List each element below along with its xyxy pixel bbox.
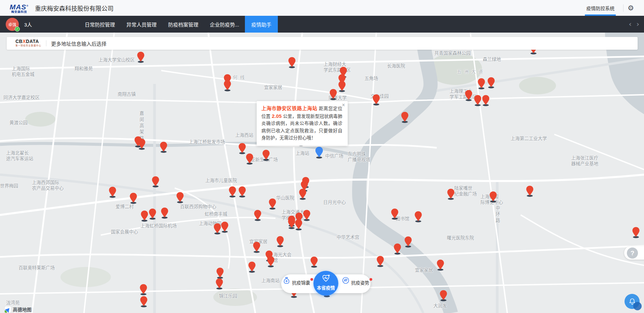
- map-marker-red[interactable]: [465, 90, 473, 100]
- nav-items: 日常防控管理异常人员管理防疫档案管理企业防疫势...疫情助手: [79, 16, 278, 33]
- map-marker-red[interactable]: [482, 95, 490, 105]
- map-label: 上海站: [296, 150, 309, 156]
- map-marker-red[interactable]: [268, 198, 276, 209]
- map-marker-blue[interactable]: [315, 146, 324, 158]
- brand-subtext: 第一财经商业数据中心: [15, 44, 41, 47]
- nav-item-link[interactable]: 日常防控管理: [79, 16, 121, 33]
- amap-attribution-text: 高德地图: [13, 306, 32, 313]
- map-marker-red[interactable]: [439, 290, 447, 301]
- map-label: 中华艺术宫: [337, 234, 359, 240]
- map-marker-red[interactable]: [474, 95, 482, 105]
- map-label: 上海张江医疗 器械产业基地: [571, 155, 598, 167]
- address-search-bar[interactable]: CBXDATA 第一财经商业数据中心 更多地址信息输入后选择: [7, 37, 638, 50]
- map-marker-red[interactable]: [372, 94, 380, 105]
- map-marker-red[interactable]: [329, 89, 337, 99]
- map-marker-red[interactable]: [160, 141, 168, 152]
- gear-icon[interactable]: ⚙: [628, 4, 634, 12]
- map-marker-red[interactable]: [246, 153, 254, 164]
- popup-close-icon[interactable]: ×: [342, 102, 345, 108]
- map-label: 日月光中心: [323, 199, 346, 205]
- map-marker-red[interactable]: [228, 186, 237, 197]
- toolbar-label-active: 本省疫情: [313, 284, 338, 291]
- map-marker-red[interactable]: [414, 211, 422, 222]
- map-label: 长海医院: [387, 63, 405, 69]
- map-marker-red[interactable]: [526, 185, 534, 196]
- map-marker-red[interactable]: [213, 223, 221, 234]
- map-marker-red[interactable]: [248, 261, 256, 272]
- map-attribution: 高德地图: [5, 306, 32, 313]
- map-marker-red[interactable]: [391, 208, 399, 219]
- question-mark-icon: ?: [627, 248, 638, 259]
- map-label: 百联奥特莱斯广场: [18, 265, 55, 271]
- map-marker-red[interactable]: [216, 267, 224, 278]
- cbndata-logo: CBXDATA 第一财经商业数据中心: [15, 39, 41, 47]
- chevron-left-icon[interactable]: ‹: [629, 21, 632, 28]
- map-marker-red[interactable]: [487, 77, 495, 88]
- map-marker-red[interactable]: [436, 259, 444, 270]
- map-marker-red[interactable]: [404, 236, 412, 247]
- button-province-epidemic[interactable]: 本省疫情: [313, 271, 338, 296]
- map-marker-red[interactable]: [253, 241, 261, 252]
- map-info-popup: × 上海市静安区铁路上海站 距离您定位位置 2.05 公里，曾发现新型冠状病毒肺…: [257, 101, 348, 146]
- map-label: 陆家嘴世 纪金融广场: [454, 185, 477, 197]
- avatar[interactable]: 卓强 ✓: [6, 18, 19, 31]
- map-label: 世界梅园: [0, 183, 18, 189]
- map-marker-red[interactable]: [129, 192, 137, 203]
- map-marker-red[interactable]: [137, 51, 145, 62]
- map-marker-red[interactable]: [148, 208, 157, 219]
- cursor-highlight: [633, 302, 642, 310]
- heart-pulse-icon: [321, 274, 330, 283]
- map-marker-red[interactable]: [221, 221, 229, 232]
- button-anti-epidemic-kit[interactable]: 抗疫锦囊: [282, 276, 311, 286]
- map-marker-red[interactable]: [152, 176, 160, 187]
- map-label: 虹桥南丰城: [205, 211, 227, 217]
- search-input[interactable]: 更多地址信息输入后选择: [51, 40, 638, 47]
- map-label: 上海国际 机电五金城: [12, 66, 35, 77]
- map-marker-red[interactable]: [276, 236, 284, 247]
- chevron-right-icon[interactable]: ›: [636, 21, 639, 28]
- bottom-toolbar: 抗疫锦囊 本省疫情 抗疫姿势: [281, 274, 371, 293]
- map-marker-red[interactable]: [401, 111, 409, 122]
- map-marker-red[interactable]: [176, 192, 184, 203]
- map-marker-red[interactable]: [376, 256, 384, 266]
- map-marker-red[interactable]: [140, 296, 148, 307]
- map-marker-red[interactable]: [338, 81, 346, 91]
- button-anti-epidemic-posture[interactable]: 抗疫姿势: [341, 276, 370, 286]
- map-marker-red[interactable]: [161, 207, 169, 218]
- map-marker-red[interactable]: [447, 188, 455, 199]
- map-marker-red[interactable]: [138, 138, 146, 149]
- tab-epidemic-system[interactable]: 疫情防控系统: [582, 0, 619, 16]
- map-label: 森兰绿地: [483, 56, 501, 62]
- map-marker-red[interactable]: [303, 210, 311, 220]
- main-navbar: 卓强 ✓ 3人 日常防控管理异常人员管理防疫档案管理企业防疫势...疫情助手 ‹…: [0, 16, 644, 33]
- nav-item-link[interactable]: 防疫档案管理: [162, 16, 204, 33]
- map-label: 上海西郊国际 农产品交易中心: [32, 180, 64, 191]
- map-marker-red[interactable]: [238, 143, 246, 153]
- map-label: 上海虹桥国际机场: [140, 223, 177, 229]
- map-marker-red[interactable]: [632, 227, 640, 237]
- map-marker-red[interactable]: [299, 188, 307, 199]
- map-label: 同济大学嘉定校区: [3, 95, 40, 100]
- help-button[interactable]: ?: [624, 246, 644, 260]
- map-marker-red[interactable]: [295, 219, 303, 230]
- nav-item-link[interactable]: 企业防疫势...: [204, 16, 245, 33]
- map-label: 百联西郊购物中心: [180, 204, 216, 210]
- map-marker-red[interactable]: [109, 186, 117, 197]
- map-marker-red[interactable]: [288, 57, 296, 68]
- map-marker-red[interactable]: [393, 243, 401, 254]
- map-marker-red[interactable]: [477, 78, 485, 89]
- map-marker-red[interactable]: [310, 256, 318, 267]
- map-marker-red[interactable]: [139, 284, 147, 295]
- map-marker-red[interactable]: [254, 210, 262, 220]
- map-marker-red[interactable]: [267, 256, 275, 267]
- amap-logo-icon: [5, 306, 11, 313]
- nav-item-active[interactable]: 疫情助手: [245, 16, 278, 33]
- map-marker-red[interactable]: [215, 278, 223, 289]
- map-marker-red[interactable]: [489, 191, 497, 202]
- nav-item-link[interactable]: 异常人员管理: [121, 16, 162, 33]
- map-marker-red[interactable]: [223, 80, 231, 91]
- header-divider: [623, 4, 624, 12]
- map-marker-red[interactable]: [238, 186, 246, 197]
- map-marker-red[interactable]: [262, 149, 270, 160]
- map-marker-red[interactable]: [140, 210, 148, 221]
